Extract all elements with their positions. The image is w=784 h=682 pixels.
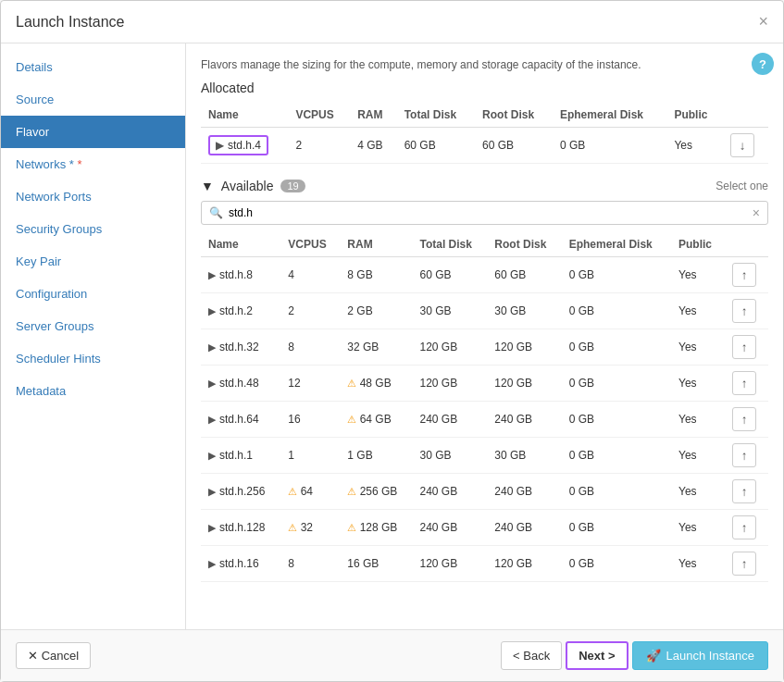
available-row: ▶ std.h.48 12⚠ 48 GB120 GB120 GB0 GBYes↑: [201, 366, 768, 402]
flavor-name: std.h.64: [219, 413, 259, 426]
col-header-name: Name: [201, 103, 288, 128]
col-header-action: [723, 103, 768, 128]
search-icon: 🔍: [209, 206, 223, 219]
sidebar-item-configuration[interactable]: Configuration: [1, 278, 185, 310]
add-flavor-button[interactable]: ↑: [732, 443, 756, 467]
avail-col-header-ephemeral-disk: Ephemeral Disk: [562, 232, 671, 257]
sidebar-item-networks[interactable]: Networks *: [1, 148, 185, 180]
select-one-label: Select one: [716, 180, 768, 192]
avail-col-header-root-disk: Root Disk: [487, 232, 561, 257]
avail-col-header-name: Name: [201, 232, 280, 257]
available-header: ▼ Available 19 Select one: [201, 179, 768, 193]
avail-col-header-vcpus: VCPUS: [280, 232, 340, 257]
add-flavor-button[interactable]: ↑: [732, 552, 756, 576]
help-button[interactable]: ?: [752, 53, 774, 75]
available-label: Available: [221, 179, 274, 193]
sidebar-item-server-groups[interactable]: Server Groups: [1, 310, 185, 342]
search-input[interactable]: [229, 206, 747, 219]
col-header-root-disk: Root Disk: [475, 103, 553, 128]
expand-icon: ▶: [216, 139, 224, 152]
rocket-icon: 🚀: [646, 649, 661, 663]
clear-search-button[interactable]: ×: [753, 205, 760, 220]
available-row: ▶ std.h.32 832 GB120 GB120 GB0 GBYes↑: [201, 329, 768, 366]
flavor-name: std.h.48: [219, 377, 259, 390]
sidebar-item-metadata[interactable]: Metadata: [1, 375, 185, 407]
col-header-ephemeral-disk: Ephemeral Disk: [553, 103, 667, 128]
flavor-name: std.h.256: [219, 485, 265, 498]
row-expand-btn[interactable]: ▶: [208, 486, 216, 498]
cancel-button[interactable]: Cancel: [16, 642, 91, 669]
footer-right-buttons: < Back Next > 🚀 Launch Instance: [501, 641, 768, 670]
allocated-title: Allocated: [201, 81, 768, 95]
add-flavor-button[interactable]: ↑: [732, 479, 756, 503]
available-row: ▶ std.h.64 16⚠ 64 GB240 GB240 GB0 GBYes↑: [201, 402, 768, 438]
row-expand-btn[interactable]: ▶: [208, 450, 216, 462]
sidebar-item-network-ports[interactable]: Network Ports: [1, 180, 185, 213]
available-row: ▶ std.h.8 48 GB60 GB60 GB0 GBYes↑: [201, 257, 768, 293]
add-flavor-button[interactable]: ↑: [732, 515, 756, 539]
available-row: ▶ std.h.128 ⚠ 32⚠ 128 GB240 GB240 GB0 GB…: [201, 510, 768, 546]
row-expand-btn[interactable]: ▶: [208, 414, 216, 426]
warning-icon: ⚠: [288, 486, 297, 497]
warning-icon: ⚠: [288, 522, 297, 533]
warning-icon: ⚠: [347, 378, 356, 389]
available-title-group: ▼ Available 19: [201, 179, 305, 193]
modal-footer: Cancel < Back Next > 🚀 Launch Instance: [1, 629, 783, 681]
launch-instance-button[interactable]: 🚀 Launch Instance: [632, 641, 768, 670]
flavor-description: Flavors manage the sizing for the comput…: [201, 58, 712, 71]
row-expand-btn[interactable]: ▶: [208, 341, 216, 353]
row-expand-btn[interactable]: ▶: [208, 305, 216, 317]
row-expand-btn[interactable]: ▶: [208, 558, 216, 570]
allocated-flavor-name: std.h.4: [228, 139, 261, 152]
sidebar-item-source[interactable]: Source: [1, 83, 185, 116]
add-flavor-button[interactable]: ↑: [732, 299, 756, 323]
flavor-name: std.h.2: [219, 304, 253, 317]
available-row: ▶ std.h.2 22 GB30 GB30 GB0 GBYes↑: [201, 293, 768, 329]
launch-label: Launch Instance: [666, 649, 754, 663]
add-flavor-button[interactable]: ↑: [732, 263, 756, 287]
flavor-name: std.h.128: [219, 521, 265, 534]
sidebar-item-flavor[interactable]: Flavor: [1, 116, 185, 148]
main-content: ? Flavors manage the sizing for the comp…: [186, 43, 783, 629]
sidebar-item-details[interactable]: Details: [1, 51, 185, 83]
add-flavor-button[interactable]: ↑: [732, 335, 756, 359]
warning-icon: ⚠: [347, 486, 356, 497]
available-table: NameVCPUSRAMTotal DiskRoot DiskEphemeral…: [201, 232, 768, 582]
row-expand-btn[interactable]: ▶: [208, 378, 216, 390]
available-row: ▶ std.h.256 ⚠ 64⚠ 256 GB240 GB240 GB0 GB…: [201, 474, 768, 510]
back-button[interactable]: < Back: [501, 641, 562, 670]
sidebar-item-key-pair[interactable]: Key Pair: [1, 245, 185, 278]
sidebar: DetailsSourceFlavorNetworks *Network Por…: [1, 43, 186, 629]
sidebar-item-scheduler-hints[interactable]: Scheduler Hints: [1, 342, 185, 375]
remove-flavor-button[interactable]: ↓: [730, 133, 754, 157]
allocated-row: ▶ std.h.4 24 GB60 GB60 GB0 GBYes↓: [201, 128, 768, 164]
chevron-down-icon: ▼: [201, 179, 214, 193]
warning-icon: ⚠: [347, 522, 356, 533]
next-button[interactable]: Next >: [566, 641, 628, 670]
warning-icon: ⚠: [347, 414, 356, 425]
row-expand-btn[interactable]: ▶: [208, 522, 216, 534]
col-header-public: Public: [666, 103, 723, 128]
flavor-name: std.h.1: [219, 449, 253, 462]
close-button[interactable]: ×: [758, 12, 768, 31]
sidebar-item-security-groups[interactable]: Security Groups: [1, 213, 185, 245]
allocated-table: NameVCPUSRAMTotal DiskRoot DiskEphemeral…: [201, 103, 768, 164]
available-row: ▶ std.h.16 816 GB120 GB120 GB0 GBYes↑: [201, 546, 768, 582]
flavor-name: std.h.16: [219, 557, 259, 570]
avail-col-header-ram: RAM: [340, 232, 412, 257]
add-flavor-button[interactable]: ↑: [732, 407, 756, 431]
flavor-name: std.h.32: [219, 341, 259, 353]
launch-instance-modal: Launch Instance × DetailsSourceFlavorNet…: [0, 0, 784, 682]
col-header-vcpus: VCPUS: [288, 103, 350, 128]
row-expand-btn[interactable]: ▶: [208, 269, 216, 281]
col-header-ram: RAM: [350, 103, 397, 128]
add-flavor-button[interactable]: ↑: [732, 371, 756, 395]
modal-header: Launch Instance ×: [1, 1, 783, 43]
avail-col-header-action: [725, 232, 768, 257]
flavor-name: std.h.8: [219, 268, 253, 281]
search-box: 🔍 ×: [201, 201, 768, 225]
modal-title: Launch Instance: [16, 14, 124, 31]
available-row: ▶ std.h.1 11 GB30 GB30 GB0 GBYes↑: [201, 438, 768, 474]
modal-body: DetailsSourceFlavorNetworks *Network Por…: [1, 43, 783, 629]
available-count: 19: [280, 180, 305, 192]
